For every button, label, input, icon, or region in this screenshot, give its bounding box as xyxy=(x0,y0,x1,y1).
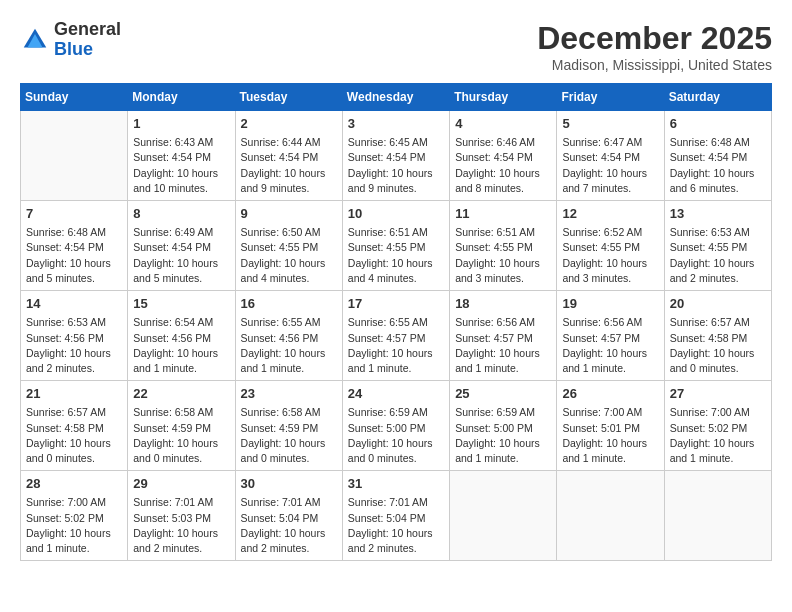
day-cell: 24Sunrise: 6:59 AM Sunset: 5:00 PM Dayli… xyxy=(342,381,449,471)
title-area: December 2025 Madison, Mississippi, Unit… xyxy=(537,20,772,73)
day-info: Sunrise: 6:44 AM Sunset: 4:54 PM Dayligh… xyxy=(241,135,337,196)
day-cell: 11Sunrise: 6:51 AM Sunset: 4:55 PM Dayli… xyxy=(450,201,557,291)
weekday-header-sunday: Sunday xyxy=(21,84,128,111)
day-number: 10 xyxy=(348,205,444,223)
day-cell: 31Sunrise: 7:01 AM Sunset: 5:04 PM Dayli… xyxy=(342,471,449,561)
day-cell: 25Sunrise: 6:59 AM Sunset: 5:00 PM Dayli… xyxy=(450,381,557,471)
day-number: 6 xyxy=(670,115,766,133)
day-number: 4 xyxy=(455,115,551,133)
day-number: 21 xyxy=(26,385,122,403)
day-number: 5 xyxy=(562,115,658,133)
day-number: 19 xyxy=(562,295,658,313)
day-number: 27 xyxy=(670,385,766,403)
day-number: 30 xyxy=(241,475,337,493)
weekday-header-monday: Monday xyxy=(128,84,235,111)
day-cell: 28Sunrise: 7:00 AM Sunset: 5:02 PM Dayli… xyxy=(21,471,128,561)
day-cell: 21Sunrise: 6:57 AM Sunset: 4:58 PM Dayli… xyxy=(21,381,128,471)
day-cell: 17Sunrise: 6:55 AM Sunset: 4:57 PM Dayli… xyxy=(342,291,449,381)
day-number: 11 xyxy=(455,205,551,223)
logo: General Blue xyxy=(20,20,121,60)
weekday-header-tuesday: Tuesday xyxy=(235,84,342,111)
day-cell: 14Sunrise: 6:53 AM Sunset: 4:56 PM Dayli… xyxy=(21,291,128,381)
day-cell: 13Sunrise: 6:53 AM Sunset: 4:55 PM Dayli… xyxy=(664,201,771,291)
day-cell: 26Sunrise: 7:00 AM Sunset: 5:01 PM Dayli… xyxy=(557,381,664,471)
day-number: 25 xyxy=(455,385,551,403)
day-cell xyxy=(450,471,557,561)
day-number: 14 xyxy=(26,295,122,313)
day-cell: 2Sunrise: 6:44 AM Sunset: 4:54 PM Daylig… xyxy=(235,111,342,201)
day-number: 1 xyxy=(133,115,229,133)
day-number: 29 xyxy=(133,475,229,493)
day-info: Sunrise: 6:43 AM Sunset: 4:54 PM Dayligh… xyxy=(133,135,229,196)
day-cell: 4Sunrise: 6:46 AM Sunset: 4:54 PM Daylig… xyxy=(450,111,557,201)
day-info: Sunrise: 6:55 AM Sunset: 4:57 PM Dayligh… xyxy=(348,315,444,376)
logo-icon xyxy=(20,25,50,55)
day-cell: 9Sunrise: 6:50 AM Sunset: 4:55 PM Daylig… xyxy=(235,201,342,291)
calendar: SundayMondayTuesdayWednesdayThursdayFrid… xyxy=(20,83,772,561)
week-row-1: 7Sunrise: 6:48 AM Sunset: 4:54 PM Daylig… xyxy=(21,201,772,291)
logo-blue: Blue xyxy=(54,39,93,59)
weekday-header-saturday: Saturday xyxy=(664,84,771,111)
day-number: 28 xyxy=(26,475,122,493)
day-info: Sunrise: 6:50 AM Sunset: 4:55 PM Dayligh… xyxy=(241,225,337,286)
weekday-header-wednesday: Wednesday xyxy=(342,84,449,111)
day-cell: 18Sunrise: 6:56 AM Sunset: 4:57 PM Dayli… xyxy=(450,291,557,381)
day-cell: 12Sunrise: 6:52 AM Sunset: 4:55 PM Dayli… xyxy=(557,201,664,291)
day-info: Sunrise: 6:59 AM Sunset: 5:00 PM Dayligh… xyxy=(348,405,444,466)
weekday-header-row: SundayMondayTuesdayWednesdayThursdayFrid… xyxy=(21,84,772,111)
day-cell: 22Sunrise: 6:58 AM Sunset: 4:59 PM Dayli… xyxy=(128,381,235,471)
day-number: 24 xyxy=(348,385,444,403)
day-info: Sunrise: 6:51 AM Sunset: 4:55 PM Dayligh… xyxy=(455,225,551,286)
logo-text: General Blue xyxy=(54,20,121,60)
day-info: Sunrise: 6:52 AM Sunset: 4:55 PM Dayligh… xyxy=(562,225,658,286)
day-info: Sunrise: 6:48 AM Sunset: 4:54 PM Dayligh… xyxy=(26,225,122,286)
day-info: Sunrise: 6:51 AM Sunset: 4:55 PM Dayligh… xyxy=(348,225,444,286)
day-cell: 15Sunrise: 6:54 AM Sunset: 4:56 PM Dayli… xyxy=(128,291,235,381)
day-number: 9 xyxy=(241,205,337,223)
day-info: Sunrise: 6:54 AM Sunset: 4:56 PM Dayligh… xyxy=(133,315,229,376)
day-number: 2 xyxy=(241,115,337,133)
day-number: 17 xyxy=(348,295,444,313)
day-cell: 5Sunrise: 6:47 AM Sunset: 4:54 PM Daylig… xyxy=(557,111,664,201)
day-cell xyxy=(664,471,771,561)
day-number: 26 xyxy=(562,385,658,403)
day-info: Sunrise: 7:00 AM Sunset: 5:02 PM Dayligh… xyxy=(670,405,766,466)
day-info: Sunrise: 6:59 AM Sunset: 5:00 PM Dayligh… xyxy=(455,405,551,466)
logo-general: General xyxy=(54,19,121,39)
day-info: Sunrise: 6:53 AM Sunset: 4:56 PM Dayligh… xyxy=(26,315,122,376)
day-cell: 16Sunrise: 6:55 AM Sunset: 4:56 PM Dayli… xyxy=(235,291,342,381)
weekday-header-thursday: Thursday xyxy=(450,84,557,111)
day-cell: 29Sunrise: 7:01 AM Sunset: 5:03 PM Dayli… xyxy=(128,471,235,561)
day-number: 3 xyxy=(348,115,444,133)
month-title: December 2025 xyxy=(537,20,772,57)
day-number: 23 xyxy=(241,385,337,403)
day-info: Sunrise: 6:55 AM Sunset: 4:56 PM Dayligh… xyxy=(241,315,337,376)
day-info: Sunrise: 6:57 AM Sunset: 4:58 PM Dayligh… xyxy=(26,405,122,466)
day-info: Sunrise: 6:45 AM Sunset: 4:54 PM Dayligh… xyxy=(348,135,444,196)
day-cell: 19Sunrise: 6:56 AM Sunset: 4:57 PM Dayli… xyxy=(557,291,664,381)
day-info: Sunrise: 7:00 AM Sunset: 5:01 PM Dayligh… xyxy=(562,405,658,466)
day-cell: 1Sunrise: 6:43 AM Sunset: 4:54 PM Daylig… xyxy=(128,111,235,201)
day-cell xyxy=(21,111,128,201)
day-cell: 8Sunrise: 6:49 AM Sunset: 4:54 PM Daylig… xyxy=(128,201,235,291)
weekday-header-friday: Friday xyxy=(557,84,664,111)
day-cell: 27Sunrise: 7:00 AM Sunset: 5:02 PM Dayli… xyxy=(664,381,771,471)
day-number: 16 xyxy=(241,295,337,313)
day-cell: 30Sunrise: 7:01 AM Sunset: 5:04 PM Dayli… xyxy=(235,471,342,561)
day-info: Sunrise: 6:47 AM Sunset: 4:54 PM Dayligh… xyxy=(562,135,658,196)
day-cell xyxy=(557,471,664,561)
location: Madison, Mississippi, United States xyxy=(537,57,772,73)
day-info: Sunrise: 6:58 AM Sunset: 4:59 PM Dayligh… xyxy=(133,405,229,466)
day-info: Sunrise: 7:01 AM Sunset: 5:03 PM Dayligh… xyxy=(133,495,229,556)
day-number: 13 xyxy=(670,205,766,223)
day-cell: 10Sunrise: 6:51 AM Sunset: 4:55 PM Dayli… xyxy=(342,201,449,291)
day-number: 31 xyxy=(348,475,444,493)
day-number: 8 xyxy=(133,205,229,223)
day-info: Sunrise: 6:48 AM Sunset: 4:54 PM Dayligh… xyxy=(670,135,766,196)
week-row-2: 14Sunrise: 6:53 AM Sunset: 4:56 PM Dayli… xyxy=(21,291,772,381)
day-info: Sunrise: 6:56 AM Sunset: 4:57 PM Dayligh… xyxy=(562,315,658,376)
day-info: Sunrise: 7:01 AM Sunset: 5:04 PM Dayligh… xyxy=(241,495,337,556)
day-number: 12 xyxy=(562,205,658,223)
day-info: Sunrise: 6:56 AM Sunset: 4:57 PM Dayligh… xyxy=(455,315,551,376)
day-number: 22 xyxy=(133,385,229,403)
